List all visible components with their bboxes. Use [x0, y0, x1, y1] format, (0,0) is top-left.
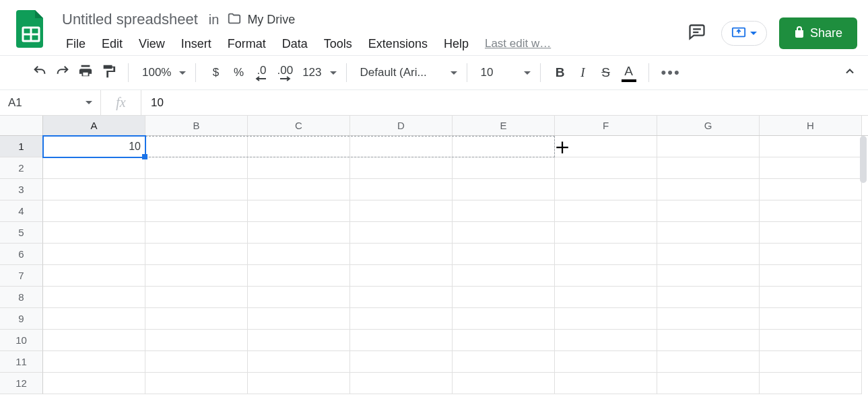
cell-F10[interactable]: [555, 330, 657, 351]
row-header-12[interactable]: 12: [0, 373, 43, 394]
column-header-E[interactable]: E: [453, 116, 555, 135]
sheets-logo-icon[interactable]: [16, 10, 46, 48]
cell-F8[interactable]: [555, 287, 657, 308]
cell-H10[interactable]: [760, 330, 862, 351]
cell-A8[interactable]: [43, 287, 145, 308]
cell-G5[interactable]: [657, 222, 760, 244]
cell-C4[interactable]: [248, 200, 350, 222]
cell-E2[interactable]: [453, 157, 555, 179]
column-header-D[interactable]: D: [350, 116, 453, 135]
cell-B1[interactable]: [145, 136, 248, 157]
share-button[interactable]: Share: [779, 17, 857, 49]
cell-E3[interactable]: [453, 179, 555, 200]
number-format-dropdown[interactable]: 123: [298, 66, 336, 79]
cell-G11[interactable]: [657, 351, 760, 373]
cell-H8[interactable]: [760, 287, 862, 308]
present-button[interactable]: [721, 21, 767, 46]
row-header-3[interactable]: 3: [0, 179, 43, 200]
cell-F12[interactable]: [555, 373, 657, 394]
cell-D1[interactable]: [350, 136, 453, 157]
cell-C10[interactable]: [248, 330, 350, 351]
cell-G7[interactable]: [657, 265, 760, 287]
cell-A12[interactable]: [43, 373, 145, 394]
row-header-2[interactable]: 2: [0, 157, 43, 179]
last-edit-link[interactable]: Last edit w…: [485, 37, 551, 50]
cell-B12[interactable]: [145, 373, 248, 394]
cell-F9[interactable]: [555, 308, 657, 330]
cell-H6[interactable]: [760, 244, 862, 265]
cell-C1[interactable]: [248, 136, 350, 157]
cell-D7[interactable]: [350, 265, 453, 287]
cell-C2[interactable]: [248, 157, 350, 179]
cell-C12[interactable]: [248, 373, 350, 394]
cell-H1[interactable]: [760, 136, 862, 157]
cell-B2[interactable]: [145, 157, 248, 179]
cell-E11[interactable]: [453, 351, 555, 373]
cell-D9[interactable]: [350, 308, 453, 330]
cell-H12[interactable]: [760, 373, 862, 394]
cell-H3[interactable]: [760, 179, 862, 200]
menu-insert[interactable]: Insert: [174, 34, 218, 54]
column-header-C[interactable]: C: [248, 116, 350, 135]
cell-F1[interactable]: [555, 136, 657, 157]
cell-H11[interactable]: [760, 351, 862, 373]
menu-file[interactable]: File: [59, 34, 92, 54]
cell-A5[interactable]: [43, 222, 145, 244]
cell-G8[interactable]: [657, 287, 760, 308]
cell-C5[interactable]: [248, 222, 350, 244]
cell-A9[interactable]: [43, 308, 145, 330]
cell-D12[interactable]: [350, 373, 453, 394]
row-header-4[interactable]: 4: [0, 200, 43, 222]
cell-B7[interactable]: [145, 265, 248, 287]
column-header-B[interactable]: B: [145, 116, 248, 135]
cell-G3[interactable]: [657, 179, 760, 200]
cell-C6[interactable]: [248, 244, 350, 265]
folder-location[interactable]: My Drive: [227, 11, 295, 28]
cell-D6[interactable]: [350, 244, 453, 265]
text-color-button[interactable]: A: [619, 61, 639, 84]
redo-button[interactable]: [53, 61, 73, 84]
cell-B3[interactable]: [145, 179, 248, 200]
row-header-9[interactable]: 9: [0, 308, 43, 330]
row-header-10[interactable]: 10: [0, 330, 43, 351]
cell-A4[interactable]: [43, 200, 145, 222]
cell-G9[interactable]: [657, 308, 760, 330]
menu-format[interactable]: Format: [221, 34, 273, 54]
zoom-dropdown[interactable]: 100%: [138, 66, 186, 79]
cell-A3[interactable]: [43, 179, 145, 200]
menu-edit[interactable]: Edit: [95, 34, 129, 54]
cell-F6[interactable]: [555, 244, 657, 265]
document-title[interactable]: Untitled spreadsheet: [59, 11, 201, 28]
cell-E6[interactable]: [453, 244, 555, 265]
cell-F7[interactable]: [555, 265, 657, 287]
column-header-F[interactable]: F: [555, 116, 657, 135]
menu-help[interactable]: Help: [437, 34, 475, 54]
menu-tools[interactable]: Tools: [317, 34, 359, 54]
cell-A6[interactable]: [43, 244, 145, 265]
cell-H9[interactable]: [760, 308, 862, 330]
cell-G4[interactable]: [657, 200, 760, 222]
cell-H5[interactable]: [760, 222, 862, 244]
cell-A7[interactable]: [43, 265, 145, 287]
cell-C11[interactable]: [248, 351, 350, 373]
cell-G1[interactable]: [657, 136, 760, 157]
cell-A1[interactable]: 10: [43, 136, 145, 157]
cell-H4[interactable]: [760, 200, 862, 222]
cell-A10[interactable]: [43, 330, 145, 351]
cell-D11[interactable]: [350, 351, 453, 373]
cell-C8[interactable]: [248, 287, 350, 308]
cell-F2[interactable]: [555, 157, 657, 179]
collapse-toolbar-button[interactable]: [840, 61, 860, 84]
row-header-1[interactable]: 1: [0, 136, 43, 157]
column-header-H[interactable]: H: [760, 116, 862, 135]
cell-C3[interactable]: [248, 179, 350, 200]
select-all-corner[interactable]: [0, 116, 43, 135]
cell-E5[interactable]: [453, 222, 555, 244]
more-toolbar-button[interactable]: •••: [659, 61, 683, 84]
cell-F11[interactable]: [555, 351, 657, 373]
cell-D2[interactable]: [350, 157, 453, 179]
cell-D4[interactable]: [350, 200, 453, 222]
cell-G2[interactable]: [657, 157, 760, 179]
cell-B10[interactable]: [145, 330, 248, 351]
cell-B5[interactable]: [145, 222, 248, 244]
